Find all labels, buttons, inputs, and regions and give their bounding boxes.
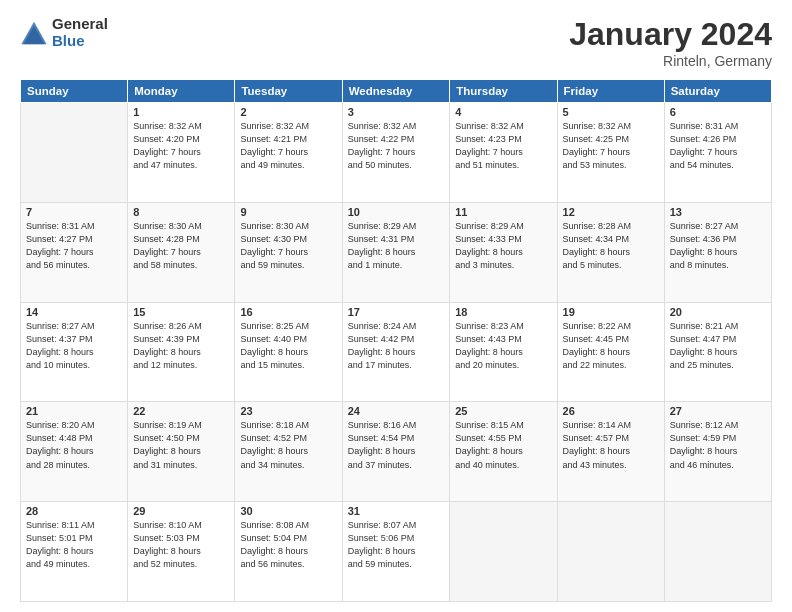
calendar-cell: 28Sunrise: 8:11 AM Sunset: 5:01 PM Dayli… — [21, 502, 128, 602]
calendar-cell: 12Sunrise: 8:28 AM Sunset: 4:34 PM Dayli… — [557, 202, 664, 302]
day-number: 12 — [563, 206, 659, 218]
day-number: 22 — [133, 405, 229, 417]
calendar-cell: 15Sunrise: 8:26 AM Sunset: 4:39 PM Dayli… — [128, 302, 235, 402]
day-info: Sunrise: 8:32 AM Sunset: 4:20 PM Dayligh… — [133, 120, 229, 172]
calendar-cell: 23Sunrise: 8:18 AM Sunset: 4:52 PM Dayli… — [235, 402, 342, 502]
day-number: 21 — [26, 405, 122, 417]
calendar-cell: 20Sunrise: 8:21 AM Sunset: 4:47 PM Dayli… — [664, 302, 771, 402]
calendar-cell: 3Sunrise: 8:32 AM Sunset: 4:22 PM Daylig… — [342, 103, 450, 203]
day-number: 25 — [455, 405, 551, 417]
day-number: 19 — [563, 306, 659, 318]
calendar-cell: 25Sunrise: 8:15 AM Sunset: 4:55 PM Dayli… — [450, 402, 557, 502]
day-info: Sunrise: 8:24 AM Sunset: 4:42 PM Dayligh… — [348, 320, 445, 372]
logo-general-text: General — [52, 16, 108, 33]
day-info: Sunrise: 8:32 AM Sunset: 4:23 PM Dayligh… — [455, 120, 551, 172]
calendar-cell: 26Sunrise: 8:14 AM Sunset: 4:57 PM Dayli… — [557, 402, 664, 502]
logo-blue-text: Blue — [52, 33, 108, 50]
col-header-sunday: Sunday — [21, 80, 128, 103]
day-number: 24 — [348, 405, 445, 417]
col-header-friday: Friday — [557, 80, 664, 103]
calendar-cell: 21Sunrise: 8:20 AM Sunset: 4:48 PM Dayli… — [21, 402, 128, 502]
day-number: 1 — [133, 106, 229, 118]
day-number: 28 — [26, 505, 122, 517]
day-info: Sunrise: 8:21 AM Sunset: 4:47 PM Dayligh… — [670, 320, 766, 372]
day-number: 14 — [26, 306, 122, 318]
day-info: Sunrise: 8:26 AM Sunset: 4:39 PM Dayligh… — [133, 320, 229, 372]
calendar-cell: 2Sunrise: 8:32 AM Sunset: 4:21 PM Daylig… — [235, 103, 342, 203]
calendar-cell: 30Sunrise: 8:08 AM Sunset: 5:04 PM Dayli… — [235, 502, 342, 602]
day-info: Sunrise: 8:27 AM Sunset: 4:37 PM Dayligh… — [26, 320, 122, 372]
day-number: 13 — [670, 206, 766, 218]
calendar-cell: 14Sunrise: 8:27 AM Sunset: 4:37 PM Dayli… — [21, 302, 128, 402]
day-info: Sunrise: 8:19 AM Sunset: 4:50 PM Dayligh… — [133, 419, 229, 471]
day-number: 20 — [670, 306, 766, 318]
day-info: Sunrise: 8:32 AM Sunset: 4:25 PM Dayligh… — [563, 120, 659, 172]
day-info: Sunrise: 8:30 AM Sunset: 4:28 PM Dayligh… — [133, 220, 229, 272]
calendar-cell: 18Sunrise: 8:23 AM Sunset: 4:43 PM Dayli… — [450, 302, 557, 402]
calendar-cell: 10Sunrise: 8:29 AM Sunset: 4:31 PM Dayli… — [342, 202, 450, 302]
col-header-tuesday: Tuesday — [235, 80, 342, 103]
calendar-week-row: 21Sunrise: 8:20 AM Sunset: 4:48 PM Dayli… — [21, 402, 772, 502]
day-info: Sunrise: 8:10 AM Sunset: 5:03 PM Dayligh… — [133, 519, 229, 571]
col-header-monday: Monday — [128, 80, 235, 103]
day-info: Sunrise: 8:22 AM Sunset: 4:45 PM Dayligh… — [563, 320, 659, 372]
month-title: January 2024 — [569, 16, 772, 53]
day-info: Sunrise: 8:28 AM Sunset: 4:34 PM Dayligh… — [563, 220, 659, 272]
calendar-week-row: 28Sunrise: 8:11 AM Sunset: 5:01 PM Dayli… — [21, 502, 772, 602]
calendar-cell: 13Sunrise: 8:27 AM Sunset: 4:36 PM Dayli… — [664, 202, 771, 302]
day-number: 10 — [348, 206, 445, 218]
day-number: 27 — [670, 405, 766, 417]
calendar-cell — [557, 502, 664, 602]
day-number: 9 — [240, 206, 336, 218]
day-number: 11 — [455, 206, 551, 218]
col-header-thursday: Thursday — [450, 80, 557, 103]
day-number: 18 — [455, 306, 551, 318]
day-info: Sunrise: 8:11 AM Sunset: 5:01 PM Dayligh… — [26, 519, 122, 571]
calendar-cell: 17Sunrise: 8:24 AM Sunset: 4:42 PM Dayli… — [342, 302, 450, 402]
day-info: Sunrise: 8:32 AM Sunset: 4:21 PM Dayligh… — [240, 120, 336, 172]
calendar-cell: 6Sunrise: 8:31 AM Sunset: 4:26 PM Daylig… — [664, 103, 771, 203]
day-info: Sunrise: 8:31 AM Sunset: 4:26 PM Dayligh… — [670, 120, 766, 172]
calendar-cell: 22Sunrise: 8:19 AM Sunset: 4:50 PM Dayli… — [128, 402, 235, 502]
calendar-cell — [664, 502, 771, 602]
page: General Blue January 2024 Rinteln, Germa… — [0, 0, 792, 612]
day-info: Sunrise: 8:29 AM Sunset: 4:31 PM Dayligh… — [348, 220, 445, 272]
day-number: 3 — [348, 106, 445, 118]
day-info: Sunrise: 8:27 AM Sunset: 4:36 PM Dayligh… — [670, 220, 766, 272]
day-number: 8 — [133, 206, 229, 218]
day-number: 15 — [133, 306, 229, 318]
day-info: Sunrise: 8:18 AM Sunset: 4:52 PM Dayligh… — [240, 419, 336, 471]
title-block: January 2024 Rinteln, Germany — [569, 16, 772, 69]
day-number: 17 — [348, 306, 445, 318]
logo-text: General Blue — [52, 16, 108, 49]
location: Rinteln, Germany — [569, 53, 772, 69]
day-number: 23 — [240, 405, 336, 417]
day-info: Sunrise: 8:30 AM Sunset: 4:30 PM Dayligh… — [240, 220, 336, 272]
calendar-cell: 1Sunrise: 8:32 AM Sunset: 4:20 PM Daylig… — [128, 103, 235, 203]
day-info: Sunrise: 8:20 AM Sunset: 4:48 PM Dayligh… — [26, 419, 122, 471]
day-info: Sunrise: 8:31 AM Sunset: 4:27 PM Dayligh… — [26, 220, 122, 272]
day-info: Sunrise: 8:14 AM Sunset: 4:57 PM Dayligh… — [563, 419, 659, 471]
col-header-saturday: Saturday — [664, 80, 771, 103]
day-info: Sunrise: 8:29 AM Sunset: 4:33 PM Dayligh… — [455, 220, 551, 272]
day-info: Sunrise: 8:25 AM Sunset: 4:40 PM Dayligh… — [240, 320, 336, 372]
calendar-week-row: 14Sunrise: 8:27 AM Sunset: 4:37 PM Dayli… — [21, 302, 772, 402]
calendar-cell — [450, 502, 557, 602]
day-number: 30 — [240, 505, 336, 517]
calendar-cell: 31Sunrise: 8:07 AM Sunset: 5:06 PM Dayli… — [342, 502, 450, 602]
calendar-cell — [21, 103, 128, 203]
calendar-cell: 24Sunrise: 8:16 AM Sunset: 4:54 PM Dayli… — [342, 402, 450, 502]
logo-icon — [20, 19, 48, 47]
header: General Blue January 2024 Rinteln, Germa… — [20, 16, 772, 69]
calendar-cell: 7Sunrise: 8:31 AM Sunset: 4:27 PM Daylig… — [21, 202, 128, 302]
day-number: 4 — [455, 106, 551, 118]
calendar-week-row: 1Sunrise: 8:32 AM Sunset: 4:20 PM Daylig… — [21, 103, 772, 203]
calendar-cell: 19Sunrise: 8:22 AM Sunset: 4:45 PM Dayli… — [557, 302, 664, 402]
calendar-cell: 9Sunrise: 8:30 AM Sunset: 4:30 PM Daylig… — [235, 202, 342, 302]
day-number: 29 — [133, 505, 229, 517]
calendar-cell: 29Sunrise: 8:10 AM Sunset: 5:03 PM Dayli… — [128, 502, 235, 602]
calendar-cell: 27Sunrise: 8:12 AM Sunset: 4:59 PM Dayli… — [664, 402, 771, 502]
day-info: Sunrise: 8:08 AM Sunset: 5:04 PM Dayligh… — [240, 519, 336, 571]
calendar-cell: 4Sunrise: 8:32 AM Sunset: 4:23 PM Daylig… — [450, 103, 557, 203]
logo: General Blue — [20, 16, 108, 49]
